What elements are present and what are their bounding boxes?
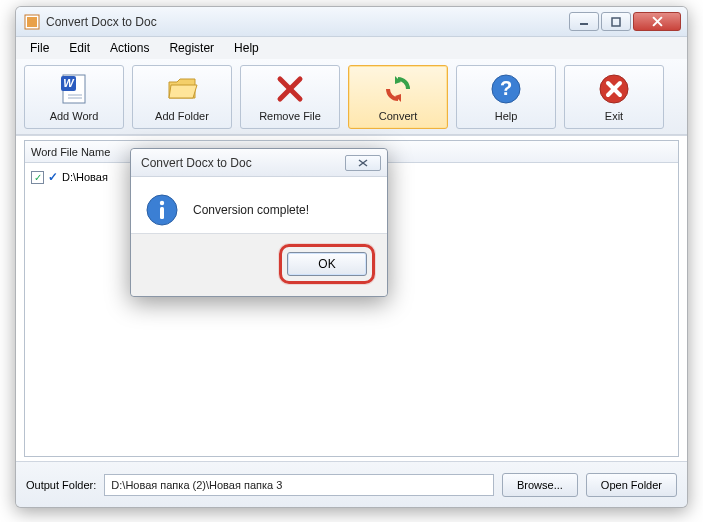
- dialog-message: Conversion complete!: [193, 203, 309, 217]
- dialog-titlebar: Convert Docx to Doc: [131, 149, 387, 177]
- convert-label: Convert: [379, 110, 418, 122]
- remove-file-button[interactable]: Remove File: [240, 65, 340, 129]
- remove-file-label: Remove File: [259, 110, 321, 122]
- svg-text:?: ?: [500, 77, 512, 99]
- col-word-file-name: Word File Name: [31, 146, 110, 158]
- exit-button[interactable]: Exit: [564, 65, 664, 129]
- convert-button[interactable]: Convert: [348, 65, 448, 129]
- output-bar: Output Folder: Browse... Open Folder: [16, 461, 687, 507]
- file-path: D:\Новая: [62, 171, 108, 183]
- menu-actions[interactable]: Actions: [102, 39, 157, 57]
- svg-text:W: W: [63, 77, 75, 89]
- menu-file[interactable]: File: [22, 39, 57, 57]
- convert-arrows-icon: [381, 72, 415, 106]
- toolbar: W Add Word Add Folder Remove File: [16, 59, 687, 135]
- help-button[interactable]: ? Help: [456, 65, 556, 129]
- output-folder-input[interactable]: [104, 474, 494, 496]
- word-document-icon: W: [57, 72, 91, 106]
- remove-x-icon: [273, 72, 307, 106]
- status-check-icon: ✓: [48, 170, 58, 184]
- menu-help[interactable]: Help: [226, 39, 267, 57]
- menu-edit[interactable]: Edit: [61, 39, 98, 57]
- ok-button[interactable]: OK: [287, 252, 367, 276]
- svg-rect-3: [612, 18, 620, 26]
- exit-icon: [597, 72, 631, 106]
- ok-highlight: OK: [279, 244, 375, 284]
- info-icon: [145, 193, 179, 227]
- browse-button[interactable]: Browse...: [502, 473, 578, 497]
- checkbox-icon[interactable]: ✓: [31, 171, 44, 184]
- titlebar: Convert Docx to Doc: [16, 7, 687, 37]
- svg-rect-24: [160, 207, 164, 219]
- menu-register[interactable]: Register: [161, 39, 222, 57]
- open-folder-button[interactable]: Open Folder: [586, 473, 677, 497]
- window-title: Convert Docx to Doc: [46, 15, 567, 29]
- output-folder-label: Output Folder:: [26, 479, 96, 491]
- dialog-body: Conversion complete!: [131, 177, 387, 234]
- menubar: File Edit Actions Register Help: [16, 37, 687, 59]
- minimize-button[interactable]: [569, 12, 599, 31]
- svg-rect-1: [27, 17, 37, 27]
- add-word-label: Add Word: [50, 110, 99, 122]
- folder-icon: [165, 72, 199, 106]
- dialog-title: Convert Docx to Doc: [141, 156, 252, 170]
- help-icon: ?: [489, 72, 523, 106]
- add-folder-label: Add Folder: [155, 110, 209, 122]
- help-label: Help: [495, 110, 518, 122]
- add-word-button[interactable]: W Add Word: [24, 65, 124, 129]
- app-icon: [24, 14, 40, 30]
- dialog-footer: OK: [131, 234, 387, 296]
- window-controls: [567, 12, 681, 31]
- svg-point-23: [160, 201, 164, 205]
- dialog-close-button[interactable]: [345, 155, 381, 171]
- close-button[interactable]: [633, 12, 681, 31]
- maximize-button[interactable]: [601, 12, 631, 31]
- add-folder-button[interactable]: Add Folder: [132, 65, 232, 129]
- conversion-complete-dialog: Convert Docx to Doc Conversion complete!…: [130, 148, 388, 297]
- close-icon: [357, 159, 369, 167]
- exit-label: Exit: [605, 110, 623, 122]
